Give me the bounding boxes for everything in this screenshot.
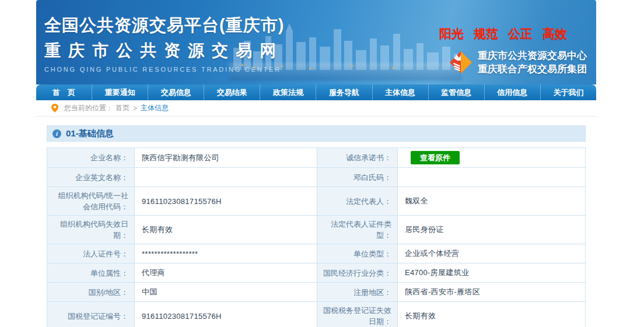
org-block: 重庆市公共资源交易中心 重庆联合产权交易所集团: [449, 49, 587, 76]
field-label: 法人证件号：: [47, 244, 135, 263]
field-label: 组织机构代码失效日期：: [47, 216, 135, 244]
section-header: i 01-基础信息: [47, 125, 586, 142]
field-label: 诚信承诺书：: [317, 148, 398, 168]
site-title-line2: 重庆市公共资源交易网: [44, 40, 284, 62]
nav-item-4[interactable]: 交易结果: [204, 85, 260, 100]
nav-item-9[interactable]: 信用信息: [484, 85, 540, 100]
slogan-word: 高效: [542, 26, 567, 42]
breadcrumb-home-link[interactable]: 首页: [116, 103, 130, 113]
field-label: 企业英文名称：: [47, 168, 135, 187]
table-row: 企业名称：陕西信宇勘测有限公司诚信承诺书：查看原件: [47, 148, 586, 168]
org-line1: 重庆市公共资源交易中心: [478, 49, 587, 62]
basic-info-table: 企业名称：陕西信宇勘测有限公司诚信承诺书：查看原件企业英文名称：邓白氏码：组织机…: [47, 147, 586, 327]
field-label: 企业名称：: [47, 148, 135, 168]
main-nav: 首 页重要通知交易信息交易结果政策法规服务导航主体信息监管信息信用信息关于我们: [36, 85, 596, 100]
field-value: [398, 168, 586, 187]
field-label: 国税登记证编号：: [47, 302, 135, 327]
location-pin-icon: [51, 104, 58, 112]
field-value: 陕西信宇勘测有限公司: [135, 148, 317, 168]
nav-item-2[interactable]: 重要通知: [92, 85, 148, 100]
site-title-block: 全国公共资源交易平台(重庆市) 重庆市公共资源交易网 CHONG QING PU…: [44, 14, 284, 73]
field-value: 长期有效: [398, 302, 586, 327]
nav-item-5[interactable]: 政策法规: [260, 85, 316, 100]
main-content: i 01-基础信息 企业名称：陕西信宇勘测有限公司诚信承诺书：查看原件企业英文名…: [36, 117, 596, 327]
breadcrumb-prefix: 您当前的位置：: [64, 103, 113, 113]
breadcrumb-current-link[interactable]: 主体信息: [141, 103, 169, 113]
field-value: E4700-房屋建筑业: [398, 263, 586, 283]
field-value: 查看原件: [398, 148, 586, 168]
field-value: 企业或个体经营: [398, 244, 586, 263]
field-label: 注册地区：: [317, 283, 398, 302]
nav-item-1[interactable]: 首 页: [36, 85, 92, 100]
page-container: 全国公共资源交易平台(重庆市) 重庆市公共资源交易网 CHONG QING PU…: [36, 0, 596, 327]
field-value: 居民身份证: [398, 216, 586, 244]
org-logo-icon: [449, 51, 473, 74]
table-row: 单位属性：代理商国民经济行业分类：E4700-房屋建筑业: [47, 263, 586, 283]
table-row: 组织机构代码失效日期：长期有效法定代表人证件类型：居民身份证: [47, 216, 586, 244]
nav-item-3[interactable]: 交易信息: [148, 85, 204, 100]
table-row: 国税登记证编号：91611023081715576H国税税务登记证失效日期：长期…: [47, 302, 586, 327]
slogan-word: 公正: [508, 26, 533, 42]
info-table-body: 企业名称：陕西信宇勘测有限公司诚信承诺书：查看原件企业英文名称：邓白氏码：组织机…: [47, 148, 586, 327]
field-label: 国民经济行业分类：: [317, 263, 398, 283]
table-row: 法人证件号：******************单位类型：企业或个体经营: [47, 244, 586, 263]
slogan-word: 阳光: [439, 26, 464, 42]
field-value: ******************: [135, 244, 317, 263]
field-label: 邓白氏码：: [317, 168, 398, 187]
field-label: 国别/地区：: [47, 283, 135, 302]
field-value: 魏双全: [398, 187, 586, 216]
field-value: 91611023081715576H: [135, 187, 317, 216]
table-row: 组织机构代码/统一社会信用代码：91611023081715576H法定代表人：…: [47, 187, 586, 216]
site-title-line1: 全国公共资源交易平台(重庆市): [44, 14, 284, 37]
field-value: [135, 168, 317, 187]
field-label: 单位属性：: [47, 263, 135, 283]
table-row: 国别/地区：中国注册地区：陕西省-西安市-雁塔区: [47, 283, 586, 302]
field-value: 陕西省-西安市-雁塔区: [398, 283, 586, 302]
nav-item-8[interactable]: 监管信息: [428, 85, 484, 100]
site-banner: 全国公共资源交易平台(重庆市) 重庆市公共资源交易网 CHONG QING PU…: [36, 0, 596, 85]
field-label: 组织机构代码/统一社会信用代码：: [47, 187, 135, 216]
field-value: 长期有效: [135, 216, 317, 244]
site-title-english: CHONG QING PUBLIC RESOURCES TRADING CENT…: [44, 66, 284, 73]
nav-item-7[interactable]: 主体信息: [372, 85, 428, 100]
nav-item-6[interactable]: 服务导航: [316, 85, 372, 100]
org-line2: 重庆联合产权交易所集团: [478, 62, 587, 76]
field-value: 中国: [135, 283, 317, 302]
field-label: 法定代表人：: [317, 187, 398, 216]
section-title: 01-基础信息: [66, 128, 114, 139]
field-label: 法定代表人证件类型：: [317, 216, 398, 244]
field-label: 单位类型：: [317, 244, 398, 263]
breadcrumb: 您当前的位置： 首页 > 主体信息: [36, 100, 596, 117]
info-circle-icon: i: [52, 129, 61, 138]
slogan: 阳光规范公正高效: [439, 26, 567, 42]
table-row: 企业英文名称：邓白氏码：: [47, 168, 586, 187]
field-label: 国税税务登记证失效日期：: [317, 302, 398, 327]
view-original-button[interactable]: 查看原件: [411, 151, 460, 164]
field-value: 代理商: [135, 263, 317, 283]
nav-item-10[interactable]: 关于我们: [540, 85, 596, 100]
breadcrumb-separator: >: [133, 104, 137, 112]
slogan-word: 规范: [474, 26, 498, 42]
field-value: 91611023081715576H: [135, 302, 317, 327]
